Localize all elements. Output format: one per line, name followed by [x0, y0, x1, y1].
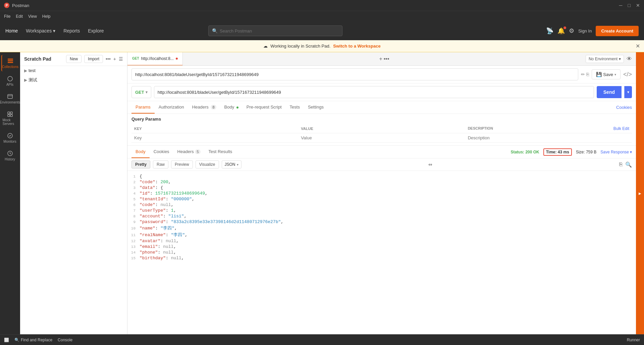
req-tab-pre-request[interactable]: Pre-request Script	[243, 101, 286, 114]
sign-in-button[interactable]: Sign In	[578, 28, 592, 33]
edit-icon-button[interactable]: ✏	[581, 72, 585, 77]
more-options-button[interactable]: •••	[106, 56, 111, 62]
banner-link[interactable]: Switch to a Workspace	[333, 44, 380, 49]
sidebar-item-apis[interactable]: APIs	[1, 73, 19, 89]
req-tab-settings[interactable]: Settings	[304, 101, 328, 114]
nav-reports[interactable]: Reports	[63, 28, 80, 33]
banner-text: Working locally in Scratch Pad.	[270, 44, 330, 49]
import-button[interactable]: Import	[84, 55, 103, 63]
left-panel-header: Scratch Pad New Import ••• + ☰	[20, 52, 127, 66]
response-actions: ⇔	[428, 162, 432, 167]
svg-rect-7	[8, 115, 10, 117]
no-env-label: No Environment	[589, 57, 618, 61]
send-dropdown-button[interactable]: ▾	[624, 86, 632, 98]
sidebar-item-collections[interactable]: Collections	[1, 55, 19, 71]
resp-tab-headers[interactable]: Headers 5	[173, 146, 205, 158]
right-edge-panel[interactable]: ▶	[636, 52, 644, 334]
bulk-edit-button[interactable]: Bulk Edit	[613, 126, 629, 131]
req-tab-authorization[interactable]: Authorization	[155, 101, 188, 114]
code-line: 12"avatar": null,	[127, 238, 636, 244]
create-account-button[interactable]: Create Account	[596, 26, 639, 36]
satellite-icon-button[interactable]: 📡	[546, 27, 553, 34]
resp-tab-body[interactable]: Body	[131, 146, 150, 158]
wrap-lines-button[interactable]: ⇔	[428, 162, 432, 167]
sidebar-item-monitors[interactable]: Monitors	[1, 130, 19, 146]
menu-help[interactable]: Help	[42, 14, 51, 19]
sidebar-item-environments[interactable]: Environments	[1, 90, 19, 107]
topnav: Home Workspaces ▾ Reports Explore 🔍 📡 🔔 …	[0, 21, 644, 40]
sidebar-item-history[interactable]: History	[1, 147, 19, 164]
svg-rect-0	[8, 59, 13, 60]
params-row-empty	[131, 133, 632, 143]
description-input[interactable]	[468, 135, 629, 140]
view-raw-button[interactable]: Raw	[153, 160, 168, 168]
nav-home[interactable]: Home	[5, 28, 18, 33]
sidebar: Collections APIs Environments Mock Serve…	[0, 52, 20, 334]
console-button[interactable]: Console	[58, 338, 72, 342]
chevron-icon: ▶	[24, 68, 27, 73]
tab-more-button[interactable]: •••	[384, 56, 389, 62]
request-tabs: Params Authorization Headers 8 Body Pre-…	[127, 101, 636, 114]
send-bar: GET ▾ Send ▾	[127, 83, 636, 101]
save-label: Save	[603, 72, 613, 77]
format-select[interactable]: JSON ▾	[222, 160, 241, 168]
response-toolbar: Pretty Raw Preview Visualize JSON ▾ ⇔ ⎘ …	[127, 158, 636, 171]
search-response-button[interactable]: 🔍	[625, 161, 632, 168]
eye-icon-button[interactable]: 👁	[627, 56, 632, 62]
code-line: 8"account": "lisi",	[127, 213, 636, 219]
req-tab-headers[interactable]: Headers 8	[188, 101, 220, 114]
menu-view[interactable]: View	[28, 14, 37, 19]
svg-rect-6	[10, 112, 12, 114]
tree-item-test[interactable]: ▶ test	[20, 66, 127, 75]
banner-close-button[interactable]: ✕	[636, 43, 640, 49]
req-tab-body[interactable]: Body	[220, 101, 243, 114]
key-input[interactable]	[134, 135, 296, 140]
search-input[interactable]	[220, 28, 339, 33]
maximize-button[interactable]: □	[628, 3, 631, 8]
bell-icon-button[interactable]: 🔔	[557, 27, 565, 34]
send-button[interactable]: Send	[597, 86, 622, 98]
sort-button[interactable]: ☰	[119, 56, 123, 62]
save-response-button[interactable]: Save Response ▾	[600, 150, 632, 154]
view-pretty-button[interactable]: Pretty	[131, 160, 150, 168]
cookies-link[interactable]: Cookies	[616, 105, 632, 110]
request-tab-active[interactable]: GET http://localhost:8...	[127, 52, 183, 66]
settings-icon-button[interactable]: ⚙	[569, 27, 574, 34]
sidebar-item-mock-servers[interactable]: Mock Servers	[1, 108, 19, 128]
req-tab-tests[interactable]: Tests	[286, 101, 304, 114]
layout-button[interactable]: ⬜	[4, 338, 9, 342]
url-input[interactable]	[131, 68, 578, 80]
nav-workspaces[interactable]: Workspaces ▾	[26, 28, 55, 33]
menu-edit[interactable]: Edit	[16, 14, 23, 19]
add-tab-button[interactable]: +	[379, 56, 382, 62]
close-button[interactable]: ✕	[636, 3, 640, 8]
code-line: 13"email": null,	[127, 244, 636, 250]
new-button[interactable]: New	[66, 55, 82, 63]
no-environment-selector[interactable]: No Environment ▾	[586, 55, 624, 63]
resp-tab-cookies[interactable]: Cookies	[150, 146, 173, 158]
save-button[interactable]: 💾 Save ▾	[592, 69, 621, 79]
minimize-button[interactable]: ─	[619, 3, 623, 8]
menu-file[interactable]: File	[4, 14, 10, 19]
code-view-button[interactable]: </>	[623, 71, 632, 78]
url-full-input[interactable]	[154, 86, 594, 98]
code-block: 1{2"code": 200,3"data": {4"id": 15716732…	[127, 171, 636, 334]
value-input[interactable]	[301, 135, 462, 140]
chevron-down-icon: ▾	[619, 57, 621, 61]
nav-explore[interactable]: Explore	[88, 28, 104, 33]
find-replace-button[interactable]: 🔍 Find and Replace	[14, 338, 52, 342]
add-collection-button[interactable]: +	[113, 56, 116, 62]
tree-item-ceshi[interactable]: ▶ 测试	[20, 75, 127, 85]
sidebar-collections-label: Collections	[2, 65, 18, 69]
search-box[interactable]: 🔍	[208, 25, 342, 36]
view-visualize-button[interactable]: Visualize	[196, 160, 219, 168]
copy-response-button[interactable]: ⎘	[619, 161, 623, 168]
copy-icon-button[interactable]: ⎘	[586, 72, 589, 77]
req-tab-params[interactable]: Params	[131, 101, 155, 114]
runner-button[interactable]: Runner	[627, 338, 640, 342]
method-select[interactable]: GET ▾	[131, 86, 151, 98]
svg-rect-8	[10, 115, 12, 117]
view-preview-button[interactable]: Preview	[171, 160, 193, 168]
resp-tab-test-results[interactable]: Test Results	[205, 146, 236, 158]
code-line: 15"birthday": null,	[127, 255, 636, 261]
